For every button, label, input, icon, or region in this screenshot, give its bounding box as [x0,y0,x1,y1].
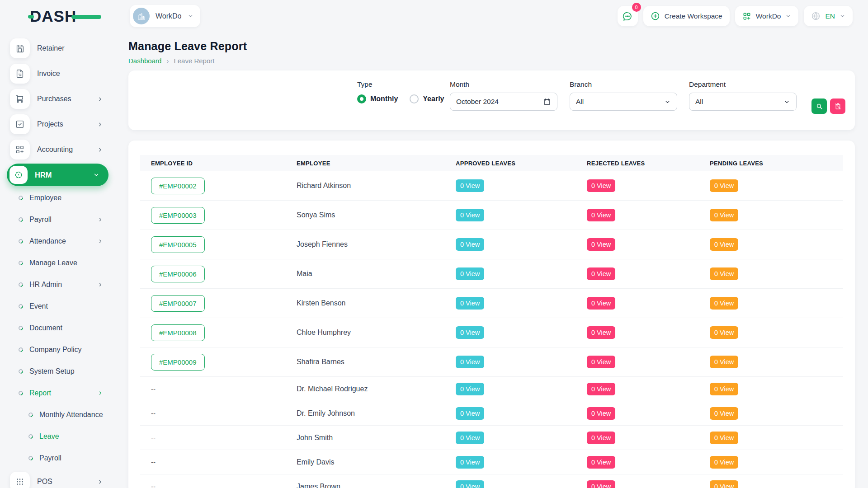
rejected-views-badge[interactable]: 0 View [587,383,615,395]
main-content: Manage Leave Report Dashboard › Leave Re… [116,32,868,488]
approved-views-badge[interactable]: 0 View [456,297,484,310]
column-header-rejected-leaves: REJECTED LEAVES [576,160,699,167]
employee-id-button[interactable]: #EMP00005 [151,236,205,253]
approved-views-badge[interactable]: 0 View [456,383,484,395]
reset-filter-button[interactable] [830,99,845,114]
department-filter-group: Department All [689,80,797,111]
branch-value: All [576,98,584,106]
sidebar-item-document[interactable]: Document [0,317,116,339]
sidebar-item-report[interactable]: Report [0,382,116,404]
bullet-icon [18,260,24,266]
department-select[interactable]: All [689,93,797,111]
employee-id-button[interactable]: #EMP00008 [151,324,205,341]
rejected-views-badge[interactable]: 0 View [587,407,615,420]
rejected-views-badge[interactable]: 0 View [587,179,615,192]
pending-views-badge[interactable]: 0 View [710,480,738,488]
leave-report-table-card: EMPLOYEE ID EMPLOYEE APPROVED LEAVES REJ… [128,141,855,488]
bullet-icon [28,455,34,461]
month-input[interactable]: October 2024 [450,93,557,111]
sidebar-item-system-setup[interactable]: System Setup [0,361,116,382]
sidebar-item-employee[interactable]: Employee [0,187,116,209]
sidebar-item-label: Attendance [29,237,66,245]
pending-views-badge[interactable]: 0 View [710,326,738,339]
sidebar-item-label: Retainer [37,44,64,52]
logo-accent-bar-icon [71,15,101,19]
pending-views-badge[interactable]: 0 View [710,456,738,469]
logo-text: DASH [30,7,76,25]
approved-views-badge[interactable]: 0 View [456,407,484,420]
employee-id-button[interactable]: #EMP00003 [151,207,205,224]
pending-views-badge[interactable]: 0 View [710,432,738,444]
approved-views-badge[interactable]: 0 View [456,356,484,368]
sidebar-item-invoice[interactable]: Invoice [0,61,116,86]
sidebar-item-purchases[interactable]: Purchases [0,86,116,112]
sidebar-item-event[interactable]: Event [0,296,116,317]
chevron-right-icon [98,239,103,244]
rejected-views-badge[interactable]: 0 View [587,209,615,221]
pending-views-badge[interactable]: 0 View [710,383,738,395]
approved-views-badge[interactable]: 0 View [456,480,484,488]
sidebar-item-accounting[interactable]: Accounting [0,137,116,162]
app-menu-dropdown[interactable]: WorkDo [735,6,799,26]
approved-views-badge[interactable]: 0 View [456,267,484,280]
rejected-views-badge[interactable]: 0 View [587,480,615,488]
approved-views-badge[interactable]: 0 View [456,179,484,192]
type-label: Type [357,80,444,89]
pending-views-badge[interactable]: 0 View [710,267,738,280]
messages-button[interactable]: 0 [618,6,638,26]
sidebar-item-hr-admin[interactable]: HR Admin [0,274,116,296]
approved-views-badge[interactable]: 0 View [456,238,484,251]
rejected-views-badge[interactable]: 0 View [587,297,615,310]
approved-views-badge[interactable]: 0 View [456,432,484,444]
cart-icon [10,89,30,109]
table-row: #EMP00008 Chloe Humphrey 0 View 0 View 0… [140,318,843,347]
breadcrumb-dashboard-link[interactable]: Dashboard [128,57,161,65]
approved-views-badge[interactable]: 0 View [456,326,484,339]
table-row: -- Dr. Emily Johnson 0 View 0 View 0 Vie… [140,401,843,426]
pending-views-badge[interactable]: 0 View [710,407,738,420]
approved-views-badge[interactable]: 0 View [456,209,484,221]
type-yearly-radio[interactable]: Yearly [410,94,444,103]
rejected-views-badge[interactable]: 0 View [587,326,615,339]
branch-select[interactable]: All [570,93,677,111]
sidebar-item-manage-leave[interactable]: Manage Leave [0,252,116,274]
sidebar-item-report-payroll[interactable]: Payroll [0,447,116,469]
sidebar-item-hrm[interactable]: HRM [7,164,108,186]
table-row: #EMP00006 Maia 0 View 0 View 0 View [140,259,843,289]
workspace-selector[interactable]: WorkDo [130,5,200,27]
plus-circle-icon [651,11,660,21]
employee-id-button[interactable]: #EMP00002 [151,178,205,194]
search-button[interactable] [811,99,827,114]
create-workspace-label: Create Workspace [665,12,722,20]
rejected-views-badge[interactable]: 0 View [587,356,615,368]
rejected-views-badge[interactable]: 0 View [587,267,615,280]
rejected-views-badge[interactable]: 0 View [587,238,615,251]
rejected-views-badge[interactable]: 0 View [587,432,615,444]
employee-id-button[interactable]: #EMP00009 [151,354,205,371]
type-monthly-radio[interactable]: Monthly [357,94,398,103]
sidebar-item-pos[interactable]: POS [0,469,116,488]
chat-icon [622,11,633,22]
sidebar-item-payroll[interactable]: Payroll [0,209,116,230]
create-workspace-button[interactable]: Create Workspace [643,6,730,26]
sidebar-item-attendance[interactable]: Attendance [0,230,116,252]
employee-id-button[interactable]: #EMP00007 [151,295,205,312]
language-dropdown[interactable]: EN [804,6,853,26]
pending-views-badge[interactable]: 0 View [710,209,738,221]
hrm-focus-icon [9,166,28,184]
type-monthly-label: Monthly [370,95,398,103]
pending-views-badge[interactable]: 0 View [710,297,738,310]
approved-views-badge[interactable]: 0 View [456,456,484,469]
rejected-views-badge[interactable]: 0 View [587,456,615,469]
sidebar-item-label: Employee [29,194,61,202]
pending-views-badge[interactable]: 0 View [710,238,738,251]
sidebar-item-leave[interactable]: Leave [0,426,116,447]
employee-name: John Smith [297,434,333,441]
sidebar-item-company-policy[interactable]: Company Policy [0,339,116,361]
employee-id-button[interactable]: #EMP00006 [151,266,205,282]
sidebar-item-projects[interactable]: Projects [0,112,116,137]
sidebar-item-monthly-attendance[interactable]: Monthly Attendance [0,404,116,426]
pending-views-badge[interactable]: 0 View [710,356,738,368]
pending-views-badge[interactable]: 0 View [710,179,738,192]
sidebar-item-retainer[interactable]: Retainer [0,36,116,61]
